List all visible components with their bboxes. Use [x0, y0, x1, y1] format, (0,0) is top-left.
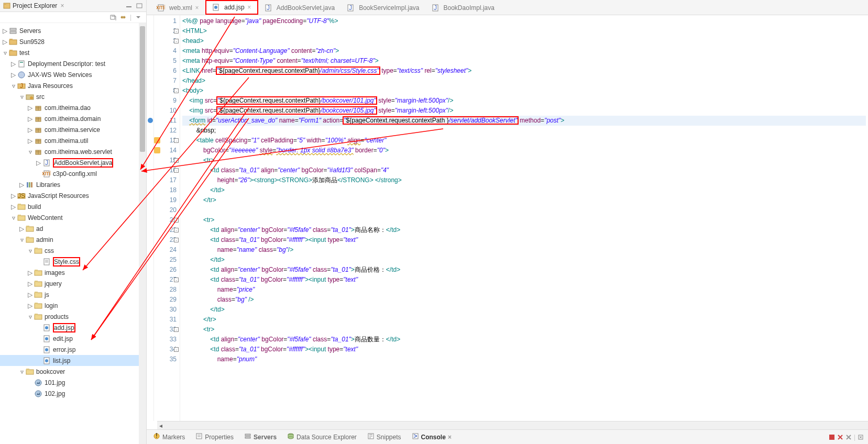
bottom-view-tab[interactable]: Servers — [242, 431, 279, 442]
terminate-icon[interactable] — [829, 434, 835, 440]
code-line[interactable]: </head> — [182, 76, 866, 86]
line-number[interactable]: 21- — [155, 215, 177, 225]
view-close-icon[interactable]: × — [448, 434, 452, 441]
expand-toggle-icon[interactable]: ▿ — [27, 314, 33, 319]
tree-node[interactable]: ▿test — [0, 47, 146, 58]
line-number[interactable]: 10 — [155, 106, 177, 116]
line-number[interactable]: 29 — [155, 295, 177, 305]
code-line[interactable]: <%@ page language="java" pageEncoding="U… — [182, 16, 866, 26]
expand-toggle-icon[interactable]: ▷ — [27, 292, 33, 297]
line-number[interactable]: 28 — [155, 285, 177, 295]
line-number[interactable]: 13- — [155, 136, 177, 146]
clear-console-icon[interactable] — [858, 434, 864, 440]
code-line[interactable]: <table cellSpacing="1" cellPadding="5" w… — [182, 136, 866, 146]
tree-node[interactable]: ▷jquery — [0, 278, 146, 289]
tree-node[interactable]: ▿JJava Resources — [0, 80, 146, 91]
expand-toggle-icon[interactable]: ▿ — [19, 94, 25, 99]
minimize-icon[interactable] — [125, 3, 133, 8]
code-line[interactable]: <td align="center" bgColor="#f5fafe" cla… — [182, 335, 866, 345]
expand-toggle-icon[interactable]: ▷ — [19, 182, 25, 187]
fold-toggle-icon[interactable]: - — [174, 327, 179, 332]
tree-node[interactable]: ▿products — [0, 311, 146, 322]
code-line[interactable]: <td class="ta_01" bgColor="#ffffff"><inp… — [182, 275, 866, 285]
code-line[interactable]: <head> — [182, 36, 866, 46]
code-line[interactable]: <LINK href="${pageContext.request.contex… — [182, 66, 866, 76]
code-line[interactable]: <td class="ta_01" bgColor="#ffffff"><inp… — [182, 345, 866, 354]
tree-node[interactable]: ▷build — [0, 201, 146, 212]
tree-node[interactable]: ▷login — [0, 300, 146, 311]
tree-node[interactable]: ▷com.itheima.dao — [0, 102, 146, 113]
line-number[interactable]: 25 — [155, 255, 177, 265]
expand-toggle-icon[interactable]: ▷ — [36, 160, 41, 165]
fold-toggle-icon[interactable]: - — [174, 228, 179, 232]
fold-toggle-icon[interactable]: - — [174, 88, 179, 93]
fold-toggle-icon[interactable]: - — [174, 238, 179, 242]
code-line[interactable]: <tr> — [182, 325, 866, 335]
code-area[interactable]: <%@ page language="java" pageEncoding="U… — [180, 15, 868, 421]
line-number[interactable]: 1 — [155, 16, 177, 26]
expand-toggle-icon[interactable]: ▷ — [2, 39, 8, 45]
horizontal-scrollbar[interactable]: ◂ — [157, 421, 868, 429]
expand-toggle-icon[interactable]: ▷ — [27, 270, 33, 275]
line-number[interactable]: 11 — [155, 116, 177, 126]
project-tree[interactable]: ▷Servers▷Sun9528▿test▷Deployment Descrip… — [0, 23, 146, 444]
code-line[interactable]: </tr> — [182, 195, 866, 205]
link-editor-icon[interactable] — [119, 14, 127, 21]
code-line[interactable]: </td> — [182, 305, 866, 315]
code-line[interactable]: name="pnum" — [182, 354, 866, 364]
code-line[interactable]: <td class="ta_01" bgColor="#ffffff"><inp… — [182, 235, 866, 245]
fold-toggle-icon[interactable]: - — [174, 278, 179, 282]
tree-node[interactable]: Style.css — [0, 256, 146, 267]
expand-toggle-icon[interactable] — [36, 358, 41, 363]
expand-toggle-icon[interactable]: ▿ — [19, 369, 25, 374]
expand-toggle-icon[interactable]: ▿ — [19, 237, 25, 242]
line-number[interactable]: 15- — [155, 156, 177, 165]
expand-toggle-icon[interactable]: ▿ — [2, 50, 8, 56]
line-number[interactable]: 8- — [155, 86, 177, 96]
expand-toggle-icon[interactable]: ▷ — [27, 138, 33, 143]
remove-all-icon[interactable] — [845, 434, 852, 440]
fold-toggle-icon[interactable]: - — [174, 39, 179, 43]
line-number[interactable]: 19 — [155, 195, 177, 205]
tree-node[interactable]: error.jsp — [0, 344, 146, 355]
expand-toggle-icon[interactable] — [36, 347, 41, 352]
line-number[interactable]: 6 — [155, 66, 177, 76]
tree-node[interactable]: ▿WebContent — [0, 212, 146, 223]
tree-node[interactable]: ▷ad — [0, 223, 146, 234]
bottom-view-tab[interactable]: Data Source Explorer — [285, 431, 359, 442]
code-line[interactable]: name="name" class="bg"/> — [182, 245, 866, 255]
line-number[interactable]: 7 — [155, 76, 177, 86]
tree-node[interactable]: ▿css — [0, 245, 146, 256]
code-line[interactable]: <meta http-equiv="Content-Language" cont… — [182, 46, 866, 56]
editor-tab[interactable]: JAddBookServlet.java — [258, 0, 340, 15]
line-number[interactable]: 9 — [155, 96, 177, 106]
line-gutter[interactable]: 12-3-45678-910111213-1415-16-1718192021-… — [154, 15, 180, 421]
tree-node[interactable]: 101.jpg — [0, 377, 146, 388]
scrollbar-thumb[interactable] — [140, 26, 145, 152]
code-line[interactable]: height="26"><strong><STRONG>添加商品</STRONG… — [182, 175, 866, 185]
tree-node[interactable]: ▷JAddBookServlet.java — [0, 157, 146, 168]
editor-tab[interactable]: xmlweb.xml× — [151, 0, 205, 15]
tree-node[interactable]: ▷js — [0, 289, 146, 300]
tree-node[interactable]: ▷Libraries — [0, 179, 146, 190]
code-line[interactable]: name="price" — [182, 285, 866, 295]
tree-node[interactable]: ▿com.itheima.web.servlet — [0, 146, 146, 157]
code-line[interactable]: <body> — [182, 86, 866, 96]
line-number[interactable]: 35 — [155, 354, 177, 364]
code-line[interactable]: bgColor="#eeeeee" style="border: 1px sol… — [182, 146, 866, 156]
expand-toggle-icon[interactable]: ▷ — [19, 226, 25, 231]
code-line[interactable]: <td align="center" bgColor="#f5fafe" cla… — [182, 265, 866, 275]
maximize-icon[interactable] — [136, 3, 143, 8]
expand-toggle-icon[interactable] — [36, 336, 41, 341]
code-line[interactable]: &nbsp; — [182, 126, 866, 136]
fold-toggle-icon[interactable]: - — [174, 168, 179, 173]
code-line[interactable]: <img src="${pageContext.request.contextP… — [182, 106, 866, 116]
tree-node[interactable]: ▿admin — [0, 234, 146, 245]
expand-toggle-icon[interactable]: ▷ — [10, 193, 16, 198]
fold-toggle-icon[interactable]: - — [174, 138, 179, 143]
bottom-view-tab[interactable]: Snippets — [365, 431, 403, 442]
expand-toggle-icon[interactable] — [36, 259, 41, 264]
expand-toggle-icon[interactable] — [36, 325, 41, 330]
expand-toggle-icon[interactable]: ▷ — [10, 61, 16, 66]
expand-toggle-icon[interactable] — [27, 380, 33, 385]
